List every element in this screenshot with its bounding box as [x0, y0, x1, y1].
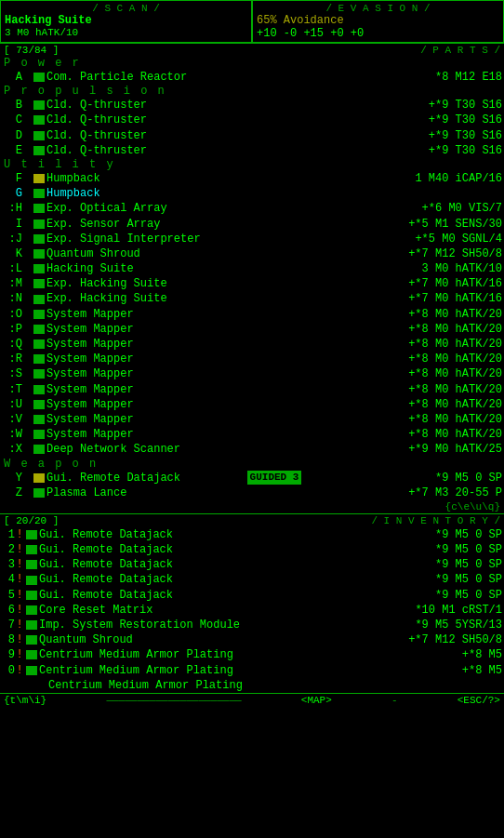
item-name: Humpback [46, 186, 498, 201]
item-icon [33, 415, 45, 424]
item-icon [33, 400, 45, 409]
list-item[interactable]: G Humpback [0, 186, 504, 201]
item-stats: +*8 M5 [458, 647, 502, 662]
list-item[interactable]: C Cld. Q-thruster +*9 T30 S16 [0, 113, 504, 127]
item-key: :O [2, 307, 22, 322]
item-key: 6 [2, 603, 15, 618]
item-name: Core Reset Matrix [39, 603, 411, 618]
item-key: 1 [2, 527, 15, 542]
ev-stat5: +0 [351, 27, 364, 40]
scan-name: Hacking Suite [5, 14, 247, 27]
list-item[interactable]: Z Plasma Lance +*7 M3 20-55 P [0, 486, 504, 500]
list-item[interactable]: 6 ! Core Reset Matrix *10 M1 cRST/1 [0, 603, 504, 618]
list-item[interactable]: :T System Mapper +*8 M0 hATK/20 [0, 382, 504, 397]
item-stats: +*8 M0 hATK/20 [405, 337, 502, 352]
evasion-panel: / E V A S I O N / 65% Avoidance +10 -0 +… [252, 0, 504, 43]
item-exclaim: ! [15, 603, 24, 618]
item-name: Gui. Remote Datajack [39, 572, 431, 587]
item-icon [33, 445, 45, 454]
list-item[interactable]: 8 ! Quantum Shroud +*7 M12 SH50/8 [0, 632, 504, 647]
item-key: :R [2, 352, 22, 366]
item-key: :H [2, 201, 22, 216]
item-name: Quantum Shroud [39, 632, 405, 647]
inv-title: / I N V E N T O R Y / [371, 515, 500, 526]
item-icon [26, 576, 37, 585]
item-stats: *9 M5 0 SP [431, 557, 502, 572]
list-item[interactable]: :O System Mapper +*8 M0 hATK/20 [0, 307, 504, 322]
list-item[interactable]: :S System Mapper +*8 M0 hATK/20 [0, 366, 504, 381]
list-item[interactable]: :X Deep Network Scanner +*9 M0 hATK/25 [0, 442, 504, 457]
list-item[interactable]: :V System Mapper +*8 M0 hATK/20 [0, 412, 504, 427]
item-key: B [2, 98, 22, 113]
list-item[interactable]: Y Gui. Remote Datajack GUIDED 3 *9 M5 0 … [0, 471, 504, 486]
item-key: F [2, 171, 22, 186]
list-item[interactable]: :Q System Mapper +*8 M0 hATK/20 [0, 337, 504, 352]
ev-stat1: +10 [257, 27, 277, 40]
list-item[interactable]: 4 ! Gui. Remote Datajack *9 M5 0 SP [0, 572, 504, 587]
item-stats: *9 M5 0 SP [301, 471, 502, 486]
list-item[interactable]: 2 ! Gui. Remote Datajack *9 M5 0 SP [0, 542, 504, 557]
item-icon [26, 620, 37, 630]
list-item[interactable]: :R System Mapper +*8 M0 hATK/20 [0, 352, 504, 366]
list-item[interactable]: :P System Mapper +*8 M0 hATK/20 [0, 322, 504, 337]
item-icon [33, 473, 45, 483]
item-stats: +*5 M1 SENS/30 [405, 217, 502, 232]
list-item[interactable]: :M Exp. Hacking Suite +*7 M0 hATK/16 [0, 276, 504, 291]
item-exclaim [22, 412, 32, 427]
item-icon [33, 131, 45, 140]
list-item[interactable]: E Cld. Q-thruster +*9 T30 S16 [0, 143, 504, 158]
item-exclaim [22, 171, 32, 186]
item-name: Exp. Optical Array [46, 201, 418, 216]
list-item[interactable]: I Exp. Sensor Array +*5 M1 SENS/30 [0, 217, 504, 232]
list-item[interactable]: 1 ! Gui. Remote Datajack *9 M5 0 SP [0, 527, 504, 542]
item-icon [26, 545, 37, 554]
item-stats: +*8 M0 hATK/20 [405, 397, 502, 412]
list-item[interactable]: 7 ! Imp. System Restoration Module *9 M5… [0, 618, 504, 632]
footer-esc[interactable]: <ESC/?> [458, 695, 500, 706]
scan-title: / S C A N / [5, 3, 247, 14]
item-stats: *9 M5 0 SP [431, 588, 502, 603]
footer-commands[interactable]: {t\m\i} [4, 695, 46, 706]
item-exclaim [22, 291, 32, 306]
item-exclaim: ! [15, 618, 24, 632]
item-name: Exp. Signal Interpreter [46, 232, 411, 246]
list-item[interactable]: B Cld. Q-thruster +*9 T30 S16 [0, 98, 504, 113]
scan-stats: 3 M0 hATK/10 [5, 27, 247, 38]
item-stats: *9 M5 0 SP [431, 542, 502, 557]
list-item[interactable]: :U System Mapper +*8 M0 hATK/20 [0, 397, 504, 412]
list-item[interactable]: 5 ! Gui. Remote Datajack *9 M5 0 SP [0, 588, 504, 603]
item-key: :X [2, 442, 22, 457]
item-name: Quantum Shroud [46, 246, 405, 261]
item-icon [33, 279, 45, 288]
list-item[interactable]: D Cld. Q-thruster +*9 T30 S16 [0, 128, 504, 143]
footer-dash: - [391, 695, 398, 706]
item-icon [33, 325, 45, 334]
list-item[interactable]: :L Hacking Suite 3 M0 hATK/10 [0, 261, 504, 276]
list-item[interactable]: :N Exp. Hacking Suite +*7 M0 hATK/16 [0, 291, 504, 306]
item-key: :L [2, 261, 22, 276]
item-icon [26, 530, 37, 539]
item-exclaim [22, 201, 32, 216]
list-item[interactable]: 3 ! Gui. Remote Datajack *9 M5 0 SP [0, 557, 504, 572]
evasion-avoidance: 65% Avoidance [257, 14, 499, 27]
list-item[interactable]: 9 ! Centrium Medium Armor Plating +*8 M5 [0, 647, 504, 662]
item-exclaim [22, 442, 32, 457]
list-item[interactable]: K Quantum Shroud +*7 M12 SH50/8 [0, 246, 504, 261]
item-icon [33, 189, 45, 198]
item-name: System Mapper [46, 397, 405, 412]
list-item[interactable]: A Com. Particle Reactor *8 M12 E18 [0, 70, 504, 85]
list-item[interactable]: 0 ! Centrium Medium Armor Plating +*8 M5 [0, 663, 504, 678]
item-stats: *10 M1 cRST/1 [411, 603, 502, 618]
footer-map[interactable]: <MAP> [301, 695, 332, 706]
item-key: :U [2, 397, 22, 412]
list-item[interactable]: :H Exp. Optical Array +*6 M0 VIS/7 [0, 201, 504, 216]
item-exclaim [22, 397, 32, 412]
list-item[interactable]: F Humpback 1 M40 iCAP/16 [0, 171, 504, 186]
item-exclaim [22, 70, 32, 85]
list-item[interactable]: :J Exp. Signal Interpreter +*5 M0 SGNL/4 [0, 232, 504, 246]
item-stats: +*6 M0 VIS/7 [418, 201, 502, 216]
item-stats: +*8 M0 hATK/20 [405, 366, 502, 381]
item-stats: +*7 M0 hATK/16 [405, 276, 502, 291]
item-name-continuation: Centrium Medium Armor Plating [48, 678, 502, 693]
list-item[interactable]: :W System Mapper +*8 M0 hATK/20 [0, 427, 504, 442]
